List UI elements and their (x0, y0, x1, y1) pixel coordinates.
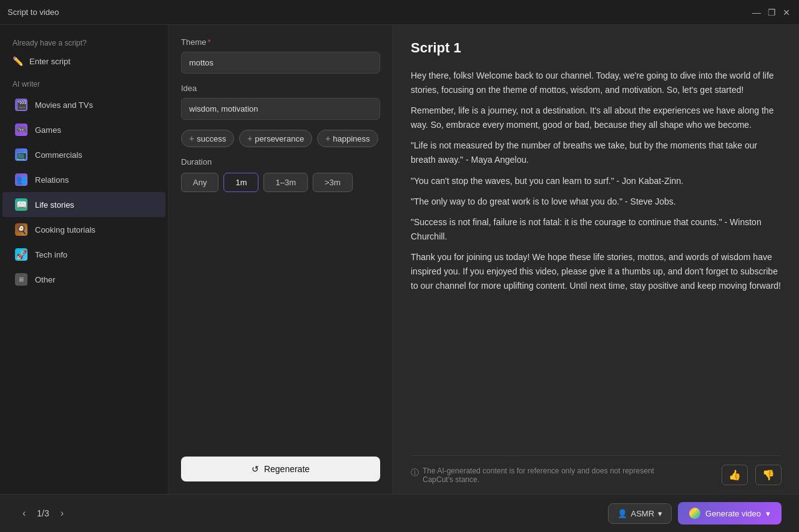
minimize-button[interactable]: — (752, 7, 762, 17)
feedback-buttons: 👍 👎 (722, 465, 782, 485)
idea-label: Idea (181, 84, 380, 93)
script-paragraph: "You can't stop the waves, but you can l… (411, 174, 782, 188)
script-paragraph: Hey there, folks! Welcome back to our ch… (411, 69, 782, 97)
sidebar-item-label-commercials: Commercials (35, 150, 82, 160)
movies-icon: 🎬 (15, 99, 27, 111)
titlebar: Script to video — ❐ ✕ (0, 0, 799, 25)
asmr-button[interactable]: 👤 ASMR ▾ (608, 503, 672, 524)
cooking-icon: 🍳 (15, 223, 27, 236)
plus-icon: + (325, 133, 330, 143)
thumbs-down-button[interactable]: 👎 (755, 465, 782, 485)
next-arrow[interactable]: › (56, 505, 69, 521)
sidebar-item-label-movies: Movies and TVs (35, 100, 93, 110)
maximize-button[interactable]: ❐ (767, 7, 777, 17)
tags-container: + success+ perseverance+ happiness (181, 130, 380, 147)
duration-buttons: Any1m1–3m>3m (181, 173, 380, 192)
sidebar-item-cooking[interactable]: 🍳Cooking tutorials (2, 217, 165, 242)
games-icon: 🎮 (15, 123, 27, 136)
tag-perseverance[interactable]: + perseverance (239, 130, 312, 147)
thumbs-up-button[interactable]: 👍 (722, 465, 748, 485)
idea-input[interactable] (181, 98, 380, 120)
generate-icon (689, 508, 700, 519)
sidebar: Already have a script? ✏️ Enter script A… (0, 25, 169, 494)
duration-btn-1m[interactable]: 1m (223, 173, 258, 192)
duration-label: Duration (181, 157, 380, 167)
pagination: ‹ 1/3 › (17, 505, 69, 521)
idea-field: Idea (181, 84, 380, 130)
sidebar-item-label-tech-info: Tech info (35, 250, 67, 259)
script-footer: ⓘ The AI-generated content is for refere… (411, 455, 782, 494)
sidebar-item-games[interactable]: 🎮Games (2, 117, 165, 142)
pencil-icon: ✏️ (12, 56, 23, 66)
script-paragraph: "The only way to do great work is to lov… (411, 195, 782, 209)
generate-video-button[interactable]: Generate video ▾ (678, 502, 782, 525)
script-title: Script 1 (411, 40, 782, 56)
regenerate-icon: ↺ (252, 464, 259, 474)
asmr-label: ASMR (631, 509, 655, 518)
sidebar-already-have-script: Already have a script? (0, 35, 168, 51)
duration-btn-Any[interactable]: Any (181, 173, 218, 192)
relations-icon: 👥 (15, 173, 27, 186)
plus-icon: + (189, 133, 194, 143)
tag-success[interactable]: + success (181, 130, 234, 147)
regenerate-label: Regenerate (264, 464, 310, 474)
sidebar-item-commercials[interactable]: 📺Commercials (2, 142, 165, 167)
sidebar-item-label-other: Other (35, 275, 56, 284)
asmr-chevron-icon: ▾ (658, 509, 662, 518)
sidebar-item-label-relations: Relations (35, 175, 69, 185)
app-title: Script to video (7, 7, 59, 17)
required-star: * (207, 37, 210, 47)
ai-writer-label: AI writer (0, 71, 168, 92)
generate-chevron-icon: ▾ (766, 509, 770, 518)
life-stories-icon: 📖 (15, 198, 27, 211)
info-icon: ⓘ (411, 467, 419, 478)
sidebar-item-other[interactable]: ≡Other (2, 267, 165, 292)
script-paragraph: "Life is not measured by the number of b… (411, 138, 782, 167)
sidebar-item-tech-info[interactable]: 🚀Tech info (2, 242, 165, 267)
window-controls: — ❐ ✕ (752, 7, 792, 17)
main-layout: Already have a script? ✏️ Enter script A… (0, 25, 799, 494)
sidebar-item-label-games: Games (35, 125, 61, 135)
script-content: Hey there, folks! Welcome back to our ch… (411, 69, 782, 455)
enter-script-item[interactable]: ✏️ Enter script (0, 51, 168, 71)
sidebar-item-movies[interactable]: 🎬Movies and TVs (2, 92, 165, 117)
script-paragraph: Thank you for joining us today! We hope … (411, 250, 782, 293)
sidebar-item-relations[interactable]: 👥Relations (2, 167, 165, 192)
disclaimer-text: The AI-generated content is for referenc… (423, 467, 673, 484)
prev-arrow[interactable]: ‹ (17, 505, 31, 521)
sidebar-item-label-life-stories: Life stories (35, 200, 74, 210)
nav-right-controls: 👤 ASMR ▾ Generate video ▾ (608, 502, 782, 525)
regenerate-container: ↺ Regenerate (181, 444, 380, 481)
asmr-person-icon: 👤 (617, 509, 627, 518)
enter-script-label: Enter script (29, 57, 71, 66)
other-icon: ≡ (15, 273, 27, 286)
generate-label: Generate video (705, 509, 761, 518)
middle-panel: Theme* Idea + success+ perseverance+ hap… (169, 25, 393, 494)
theme-field: Theme* (181, 37, 380, 84)
theme-label: Theme* (181, 37, 380, 47)
tech-info-icon: 🚀 (15, 248, 27, 261)
duration-btn-13m[interactable]: 1–3m (263, 173, 308, 192)
sidebar-item-life-stories[interactable]: 📖Life stories (2, 192, 165, 217)
script-paragraph: "Success is not final, failure is not fa… (411, 215, 782, 244)
page-indicator: 1/3 (37, 508, 49, 518)
plus-icon: + (247, 133, 252, 143)
nav-footer: ‹ 1/3 › 👤 ASMR ▾ Generate video ▾ (0, 494, 799, 532)
regenerate-button[interactable]: ↺ Regenerate (181, 457, 380, 481)
close-button[interactable]: ✕ (782, 7, 792, 17)
sidebar-items-container: 🎬Movies and TVs🎮Games📺Commercials👥Relati… (0, 92, 168, 292)
theme-input[interactable] (181, 52, 380, 74)
ai-disclaimer: ⓘ The AI-generated content is for refere… (411, 467, 673, 484)
tag-happiness[interactable]: + happiness (317, 130, 378, 147)
script-paragraph: Remember, life is a journey, not a desti… (411, 104, 782, 132)
sidebar-item-label-cooking: Cooking tutorials (35, 225, 96, 235)
commercials-icon: 📺 (15, 148, 27, 161)
right-panel: Script 1 Hey there, folks! Welcome back … (393, 25, 799, 494)
duration-btn-3m[interactable]: >3m (313, 173, 353, 192)
